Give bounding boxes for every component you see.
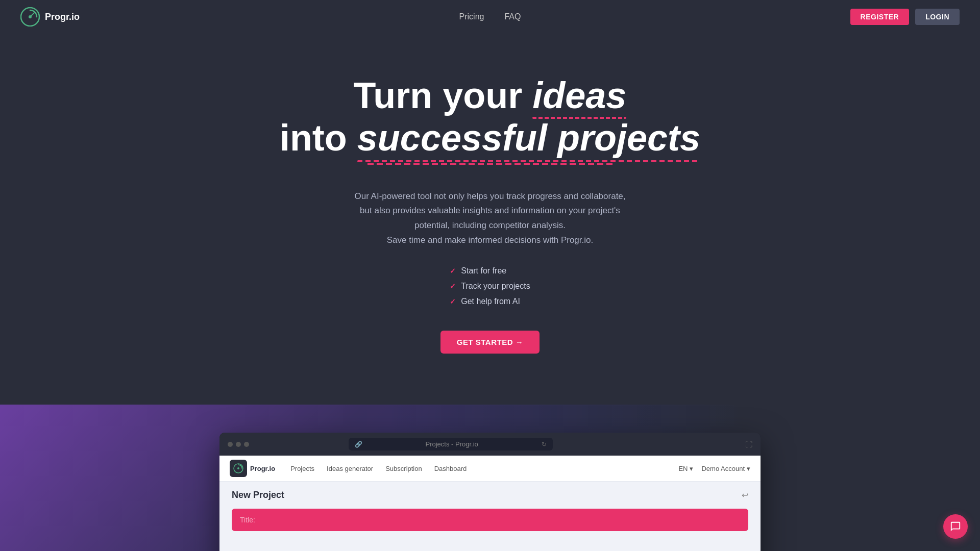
hero-headline: Turn your ideas into successful projects: [20, 74, 960, 159]
title-input-placeholder: Title:: [240, 516, 255, 524]
register-button[interactable]: REGISTER: [850, 9, 910, 25]
title-input[interactable]: Title:: [232, 509, 748, 531]
traffic-dot-3: [244, 442, 249, 447]
headline-successful-projects: successful projects: [357, 117, 700, 159]
account-selector[interactable]: Demo Account ▾: [701, 465, 750, 472]
app-nav-projects[interactable]: Projects: [290, 465, 314, 472]
browser-expand-icon[interactable]: ⛶: [745, 440, 752, 448]
svg-point-4: [237, 467, 239, 469]
browser-content: Progr.io Projects Ideas generator Subscr…: [219, 456, 761, 551]
browser-window: 🔗 Projects - Progr.io ↻ ⛶ Pr: [219, 433, 761, 551]
browser-address-text: Projects - Progr.io: [366, 440, 537, 448]
app-nav-ideas[interactable]: Ideas generator: [327, 465, 373, 472]
back-icon[interactable]: ↩: [742, 490, 748, 500]
account-text: Demo Account: [701, 465, 745, 472]
app-nav-links: Projects Ideas generator Subscription Da…: [290, 465, 467, 472]
headline-underline-decoration: [368, 163, 612, 165]
app-preview-section: 🔗 Projects - Progr.io ↻ ⛶ Pr: [0, 405, 980, 551]
feature-list: ✓ Start for free ✓ Track your projects ✓…: [450, 266, 530, 306]
lang-chevron-icon: ▾: [690, 465, 693, 472]
feature-item-1: ✓ Start for free: [450, 266, 506, 276]
logo-icon: [20, 7, 40, 27]
nav-pricing[interactable]: Pricing: [459, 12, 484, 21]
nav-faq[interactable]: FAQ: [504, 12, 521, 21]
headline-turn-your: Turn your: [354, 75, 533, 116]
login-button[interactable]: LOGIN: [915, 9, 960, 25]
feature-text-2: Track your projects: [461, 282, 530, 291]
navbar: Progr.io Pricing FAQ REGISTER LOGIN: [0, 0, 980, 34]
headline-ideas: ideas: [532, 74, 626, 117]
page-title-row: New Project ↩: [232, 490, 748, 500]
brand-name: Progr.io: [45, 12, 80, 22]
lang-text: EN: [678, 465, 688, 472]
account-chevron-icon: ▾: [747, 465, 750, 472]
app-navbar: Progr.io Projects Ideas generator Subscr…: [219, 456, 761, 482]
feature-text-3: Get help from AI: [461, 297, 520, 306]
nav-links: Pricing FAQ: [459, 12, 521, 21]
app-logo-icon: [230, 460, 247, 477]
hero-subtitle: Our AI-powered tool not only helps you t…: [347, 189, 633, 248]
browser-address-bar: 🔗 Projects - Progr.io ↻: [349, 438, 553, 450]
logo[interactable]: Progr.io: [20, 7, 80, 27]
headline-into: into: [280, 117, 357, 158]
check-icon-2: ✓: [450, 282, 456, 290]
chat-button[interactable]: [943, 514, 968, 539]
address-link-icon: 🔗: [355, 441, 362, 448]
svg-line-2: [30, 12, 35, 17]
language-selector[interactable]: EN ▾: [678, 465, 693, 472]
feature-item-3: ✓ Get help from AI: [450, 297, 520, 306]
check-icon-1: ✓: [450, 267, 456, 275]
page-title: New Project: [232, 490, 284, 500]
browser-topbar: 🔗 Projects - Progr.io ↻ ⛶: [219, 433, 761, 456]
feature-text-1: Start for free: [461, 266, 506, 276]
browser-refresh-icon[interactable]: ↻: [542, 441, 547, 448]
app-nav-subscription[interactable]: Subscription: [385, 465, 422, 472]
hero-section: Turn your ideas into successful projects…: [0, 34, 980, 384]
app-nav-right: EN ▾ Demo Account ▾: [678, 465, 750, 472]
chat-icon: [950, 521, 961, 532]
app-logo-area[interactable]: Progr.io: [230, 460, 275, 477]
app-main: New Project ↩ Title:: [219, 482, 761, 539]
app-nav-dashboard[interactable]: Dashboard: [434, 465, 467, 472]
nav-actions: REGISTER LOGIN: [850, 9, 960, 25]
traffic-dot-1: [228, 442, 233, 447]
feature-item-2: ✓ Track your projects: [450, 282, 530, 291]
cta-button[interactable]: GET STARTED →: [440, 331, 540, 354]
app-logo-text: Progr.io: [250, 465, 275, 472]
traffic-lights: [228, 442, 249, 447]
check-icon-3: ✓: [450, 297, 456, 306]
traffic-dot-2: [236, 442, 241, 447]
